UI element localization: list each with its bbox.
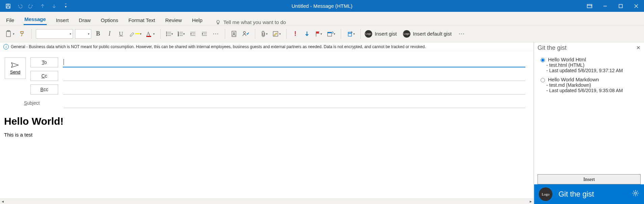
settings-gear-icon[interactable] bbox=[632, 189, 639, 199]
italic-button[interactable]: I bbox=[105, 28, 114, 39]
sensitivity-infobar: i General - Business data which is NOT m… bbox=[0, 42, 533, 51]
address-book-button[interactable] bbox=[229, 28, 239, 39]
signature-button[interactable]: ▾ bbox=[271, 28, 282, 39]
check-names-button[interactable] bbox=[241, 28, 251, 39]
font-size-dropdown[interactable]: ▾ bbox=[75, 29, 91, 39]
svg-text:3: 3 bbox=[178, 35, 179, 36]
svg-rect-34 bbox=[273, 32, 278, 36]
lightbulb-icon bbox=[215, 20, 221, 25]
tab-draw[interactable]: Draw bbox=[78, 15, 91, 25]
highlight-button[interactable]: ▾ bbox=[128, 28, 143, 39]
font-color-button[interactable]: A▾ bbox=[145, 28, 156, 39]
tab-options[interactable]: Options bbox=[100, 15, 119, 25]
next-icon[interactable] bbox=[49, 1, 59, 11]
ribbon: ▾ ▾ ▾ B I U ▾ A▾ ▾ 123▾ ··· ▾ ▾ ! ▾ ▾ ▾ … bbox=[0, 25, 644, 42]
gist-option-0[interactable]: Hello World Html test.html (HTML) Last u… bbox=[539, 57, 639, 73]
logo-icon: Logo bbox=[365, 30, 372, 38]
send-button[interactable]: Send bbox=[5, 57, 26, 79]
cc-button[interactable]: Cc bbox=[30, 71, 58, 81]
tell-me-search[interactable]: Tell me what you want to do bbox=[215, 19, 286, 25]
body-paragraph: This is a test bbox=[4, 132, 529, 138]
insert-button[interactable]: Insert bbox=[538, 174, 641, 184]
svg-rect-9 bbox=[6, 31, 10, 37]
more-commands-icon[interactable]: ··· bbox=[457, 28, 467, 39]
svg-point-13 bbox=[166, 32, 167, 32]
svg-rect-5 bbox=[619, 4, 622, 8]
logo-icon: Logo bbox=[403, 30, 410, 38]
ribbon-tabs: File Message Insert Draw Options Format … bbox=[0, 12, 644, 25]
gist-radio-0[interactable] bbox=[541, 58, 545, 62]
subject-label: Subject bbox=[5, 100, 59, 106]
footer-logo-icon: Logo bbox=[539, 187, 552, 201]
minimize-icon[interactable] bbox=[597, 0, 613, 12]
scroll-left-icon[interactable]: ◄ bbox=[0, 200, 5, 203]
svg-rect-38 bbox=[348, 32, 352, 34]
cc-field[interactable] bbox=[63, 71, 525, 81]
decrease-indent-button[interactable] bbox=[188, 28, 198, 39]
to-field[interactable] bbox=[63, 57, 525, 67]
tab-file[interactable]: File bbox=[5, 15, 15, 25]
pane-close-icon[interactable]: ✕ bbox=[636, 45, 641, 51]
bcc-field[interactable] bbox=[63, 84, 525, 95]
bullets-button[interactable]: ▾ bbox=[165, 28, 174, 39]
ribbon-display-icon[interactable] bbox=[582, 0, 597, 12]
svg-point-32 bbox=[233, 33, 235, 34]
previous-icon[interactable] bbox=[38, 1, 47, 11]
insert-default-gist-button[interactable]: Logo Insert default gist bbox=[403, 30, 452, 38]
svg-point-8 bbox=[217, 20, 219, 23]
save-icon[interactable] bbox=[3, 1, 13, 11]
svg-rect-2 bbox=[7, 6, 9, 8]
font-name-dropdown[interactable]: ▾ bbox=[36, 29, 73, 39]
scroll-right-icon[interactable]: ► bbox=[528, 200, 533, 203]
subject-field[interactable] bbox=[64, 98, 525, 108]
window-title: Untitled - Message (HTML) bbox=[291, 3, 352, 9]
tab-review[interactable]: Review bbox=[165, 15, 183, 25]
more-formatting-icon[interactable]: ··· bbox=[211, 28, 221, 39]
redo-icon[interactable] bbox=[26, 1, 36, 11]
undo-icon[interactable] bbox=[15, 1, 24, 11]
pane-title: Git the gist bbox=[538, 44, 567, 52]
svg-rect-1 bbox=[7, 4, 9, 5]
tab-format-text[interactable]: Format Text bbox=[128, 15, 156, 25]
attach-file-button[interactable]: ▾ bbox=[259, 28, 269, 39]
maximize-icon[interactable] bbox=[613, 0, 628, 12]
svg-point-33 bbox=[243, 32, 245, 34]
qat-customize-icon[interactable]: ▾ bbox=[61, 1, 70, 11]
svg-point-15 bbox=[166, 33, 167, 34]
follow-up-flag-button[interactable]: ▾ bbox=[314, 28, 324, 39]
horizontal-scrollbar[interactable]: ◄ ► bbox=[0, 199, 533, 204]
format-painter-icon[interactable] bbox=[18, 28, 27, 39]
bcc-button[interactable]: Bcc bbox=[30, 84, 58, 95]
info-icon: i bbox=[3, 44, 9, 49]
svg-point-39 bbox=[635, 192, 637, 194]
svg-rect-12 bbox=[146, 36, 151, 37]
send-icon bbox=[11, 62, 20, 68]
gist-radio-1[interactable] bbox=[541, 78, 545, 82]
tab-help[interactable]: Help bbox=[191, 15, 203, 25]
increase-indent-button[interactable] bbox=[200, 28, 209, 39]
gist-option-1[interactable]: Hello World Markdown test.md (Markdown) … bbox=[539, 77, 639, 93]
bold-button[interactable]: B bbox=[93, 28, 103, 39]
high-importance-icon[interactable]: ! bbox=[291, 28, 300, 39]
tab-message[interactable]: Message bbox=[24, 14, 46, 25]
assign-policy-button[interactable]: ▾ bbox=[326, 28, 337, 39]
message-body[interactable]: Hello World! This is a test bbox=[0, 108, 533, 199]
low-importance-icon[interactable] bbox=[302, 28, 312, 39]
svg-rect-11 bbox=[135, 33, 140, 34]
close-icon[interactable] bbox=[628, 0, 644, 12]
insert-gist-button[interactable]: Logo Insert gist bbox=[365, 30, 397, 38]
tab-insert[interactable]: Insert bbox=[55, 15, 70, 25]
sensitivity-button[interactable]: ▾ bbox=[345, 28, 356, 39]
to-button[interactable]: To bbox=[30, 57, 58, 67]
footer-title: Git the gist bbox=[558, 190, 594, 199]
underline-button[interactable]: U bbox=[116, 28, 126, 39]
svg-rect-36 bbox=[328, 32, 332, 33]
task-pane: Git the gist ✕ Hello World Html test.htm… bbox=[534, 42, 644, 204]
numbering-button[interactable]: 123▾ bbox=[176, 28, 186, 39]
paste-button[interactable]: ▾ bbox=[4, 28, 16, 39]
body-heading: Hello World! bbox=[4, 116, 529, 127]
svg-point-17 bbox=[166, 35, 167, 36]
